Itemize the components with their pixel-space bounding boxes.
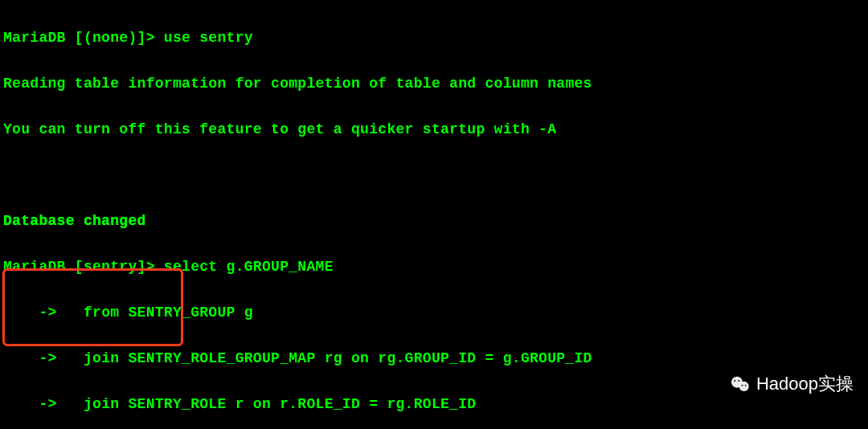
query-line-3: -> join SENTRY_ROLE_GROUP_MAP rg on rg.G…	[3, 347, 865, 370]
svg-point-1	[739, 382, 749, 391]
msg-reading: Reading table information for completion…	[3, 72, 865, 96]
wechat-icon	[729, 373, 751, 395]
cont-prompt: ->	[3, 304, 66, 321]
blank-line	[3, 164, 865, 187]
cont-prompt: ->	[3, 396, 66, 412]
query-line-1: MariaDB [sentry]> select g.GROUP_NAME	[3, 255, 865, 279]
watermark-text: Hadoop实操	[756, 373, 854, 396]
query-l1: select g.GROUP_NAME	[164, 259, 334, 275]
cmd-use: use sentry	[164, 30, 253, 46]
svg-point-5	[745, 384, 747, 386]
query-line-2: -> from SENTRY_GROUP g	[3, 301, 865, 325]
watermark: Hadoop实操	[729, 373, 854, 396]
prompt-none: MariaDB [(none)]>	[3, 30, 164, 46]
msg-changed: Database changed	[3, 210, 865, 233]
prompt-sentry: MariaDB [sentry]>	[3, 259, 164, 275]
query-line-4: -> join SENTRY_ROLE r on r.ROLE_ID = rg.…	[3, 393, 865, 416]
terminal-output[interactable]: MariaDB [(none)]> use sentry Reading tab…	[0, 0, 868, 429]
prompt-line: MariaDB [(none)]> use sentry	[3, 27, 865, 50]
query-l3: join SENTRY_ROLE_GROUP_MAP rg on rg.GROU…	[66, 350, 592, 366]
cont-prompt: ->	[3, 350, 66, 366]
msg-turnoff: You can turn off this feature to get a q…	[3, 118, 865, 141]
svg-point-4	[742, 384, 743, 386]
svg-point-2	[734, 380, 735, 382]
query-l4: join SENTRY_ROLE r on r.ROLE_ID = rg.ROL…	[66, 396, 477, 412]
query-l2: from SENTRY_GROUP g	[66, 304, 253, 321]
svg-point-3	[738, 380, 739, 382]
